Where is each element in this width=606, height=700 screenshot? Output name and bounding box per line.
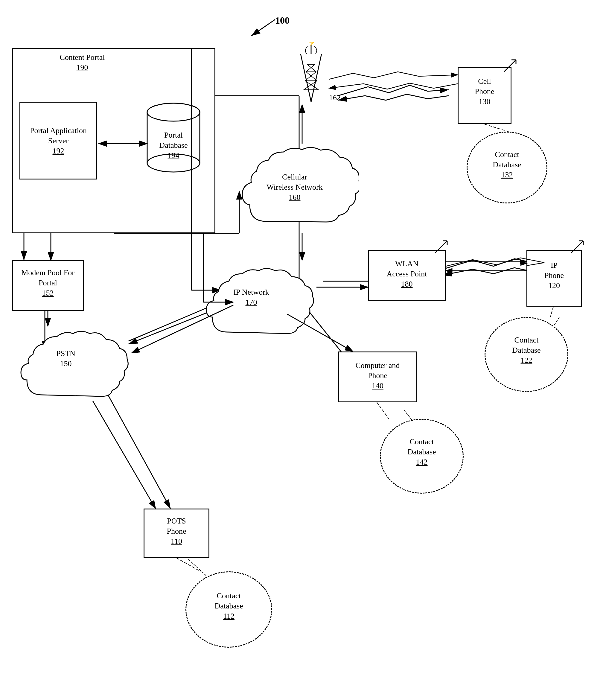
svg-line-27	[311, 54, 322, 102]
svg-point-25	[147, 103, 200, 121]
svg-line-46	[571, 241, 583, 253]
tower-ref-label: 162	[329, 93, 341, 103]
svg-line-11	[105, 389, 170, 509]
svg-line-63	[93, 401, 156, 509]
pots-phone-label: POTSPhone110	[144, 516, 209, 546]
wlan-label: WLANAccess Point180	[368, 259, 446, 289]
cellular-wireless-label: CellularWireless Network160	[244, 172, 346, 202]
cell-tower-icon: ⚡	[292, 42, 330, 108]
svg-line-26	[301, 54, 311, 102]
modem-pool-label: Modem Pool ForPortal152	[12, 268, 84, 298]
svg-line-71	[377, 402, 389, 419]
ip-network-label: IP Network170	[209, 287, 293, 307]
cell-phone-label: CellPhone130	[458, 76, 511, 107]
svg-line-69	[485, 124, 509, 132]
svg-line-40	[504, 60, 516, 72]
pstn-label: PSTN150	[24, 349, 108, 369]
svg-line-35	[306, 72, 317, 81]
svg-line-34	[305, 72, 316, 81]
contact-db-132-label: ContactDatabase132	[467, 149, 547, 180]
ip-phone-label: IPPhone120	[527, 260, 582, 290]
svg-line-72	[177, 558, 201, 571]
svg-line-70	[550, 307, 553, 317]
svg-line-20	[251, 20, 275, 36]
svg-text:⚡: ⚡	[308, 42, 317, 46]
svg-line-43	[435, 241, 447, 253]
contact-db-112-label: ContactDatabase112	[185, 591, 272, 621]
computer-phone-label: Computer andPhone140	[338, 360, 417, 391]
portal-database-label: PortalDatabase194	[146, 130, 201, 160]
svg-line-36	[306, 64, 315, 72]
contact-db-122-label: ContactDatabase122	[485, 335, 568, 365]
content-portal-label: Content Portal 190	[30, 52, 135, 73]
contact-db-142-label: ContactDatabase142	[380, 437, 464, 467]
svg-line-37	[307, 64, 316, 72]
portal-app-server-label: Portal ApplicationServer192	[19, 126, 97, 156]
